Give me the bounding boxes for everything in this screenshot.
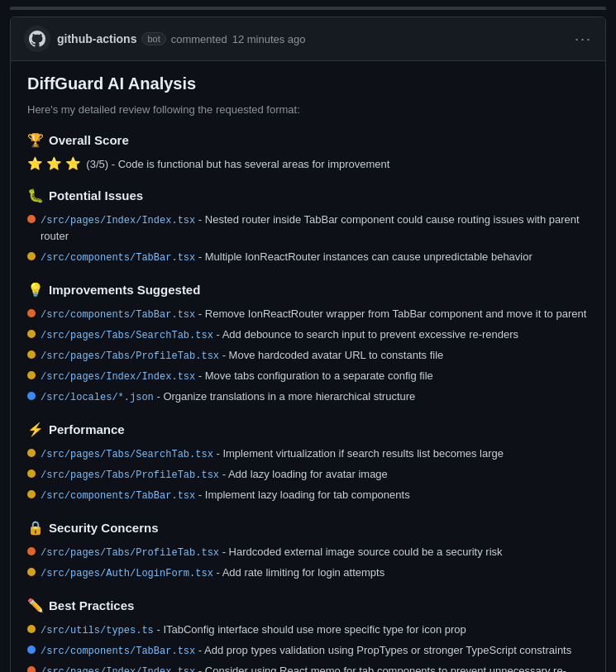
file-path: /src/locales/*.json [41,392,154,403]
list-item: /src/utils/types.ts - ITabConfig interfa… [27,622,589,638]
dot-indicator [27,449,36,457]
item-desc: - ITabConfig interface should use more s… [154,623,466,636]
dot-indicator [27,625,36,633]
list-item: /src/components/TabBar.tsx - Add prop ty… [27,642,589,659]
section-best-practices: ✏️ Best Practices /src/utils/types.ts - … [27,598,589,673]
dot-indicator [27,371,36,379]
item-desc: - Move tabs configuration to a separate … [195,369,433,382]
dot-indicator [27,330,36,338]
item-desc: - Implement virtualization if search res… [213,447,504,460]
section-performance: ⚡ Performance /src/pages/Tabs/SearchTab.… [27,422,589,503]
intro-text: Here's my detailed review following the … [27,103,589,116]
list-item: /src/pages/Index/Index.tsx - Consider us… [27,663,589,673]
list-item: /src/pages/Index/Index.tsx - Nested rout… [27,212,589,245]
item-desc: - Add rate limiting for login attempts [213,566,384,579]
list-item: /src/pages/Tabs/SearchTab.tsx - Implemen… [27,446,589,462]
item-desc: - Add debounce to search input to preven… [213,328,518,341]
section-title-security: 🔒 Security Concerns [27,520,589,536]
section-overall: 🏆 Overall Score ⭐ ⭐ ⭐ (3/5) - Code is fu… [27,132,589,171]
list-item: /src/components/TabBar.tsx - Multiple Io… [27,249,589,265]
section-title-best-practices: ✏️ Best Practices [27,598,589,613]
lock-icon: 🔒 [27,520,44,536]
item-desc: - Add prop types validation using PropTy… [195,644,571,656]
dot-indicator [27,568,36,576]
dot-indicator [27,666,36,673]
section-potential-issues: 🐛 Potential Issues /src/pages/Index/Inde… [27,188,589,265]
list-item: /src/pages/Index/Index.tsx - Move tabs c… [27,368,589,384]
section-security: 🔒 Security Concerns /src/pages/Tabs/Prof… [27,520,589,581]
bot-badge: bot [141,32,165,45]
main-title: DiffGuard AI Analysis [27,74,589,93]
comment-header: github-actions bot commented 12 minutes … [11,17,605,61]
stars: ⭐ ⭐ ⭐ [27,156,81,171]
trophy-icon: 🏆 [27,132,44,148]
dot-indicator [27,252,36,260]
list-item: /src/components/TabBar.tsx - Implement l… [27,487,589,503]
section-title-overall: 🏆 Overall Score [27,132,589,148]
list-item: /src/locales/*.json - Organize translati… [27,388,589,405]
pencil-icon: ✏️ [27,598,44,613]
improvements-list: /src/components/TabBar.tsx - Remove IonR… [27,306,589,405]
bug-icon: 🐛 [27,188,44,203]
comment-container: github-actions bot commented 12 minutes … [10,17,606,672]
file-path: /src/pages/Index/Index.tsx [41,666,195,673]
file-path: /src/pages/Index/Index.tsx [41,215,195,226]
username: github-actions [57,32,136,45]
file-path: /src/components/TabBar.tsx [41,646,195,657]
section-improvements: 💡 Improvements Suggested /src/components… [27,282,589,405]
list-item: /src/pages/Auth/LoginForm.tsx - Add rate… [27,565,589,581]
dot-indicator [27,646,36,654]
dot-indicator [27,350,36,359]
item-desc: - Multiple IonReactRouter instances can … [195,250,532,263]
avatar [24,26,50,52]
item-desc: - Remove IonReactRouter wrapper from Tab… [195,307,586,320]
potential-issues-list: /src/pages/Index/Index.tsx - Nested rout… [27,212,589,265]
header-meta: github-actions bot commented 12 minutes … [57,32,568,45]
item-desc: - Implement lazy loading for tab compone… [195,489,409,501]
dot-indicator [27,309,36,317]
item-desc: - Add lazy loading for avatar image [219,468,388,480]
comment-body: DiffGuard AI Analysis Here's my detailed… [11,61,605,672]
more-options-button[interactable]: ··· [575,31,592,48]
file-path: /src/components/TabBar.tsx [41,490,195,502]
section-title-performance: ⚡ Performance [27,422,589,437]
file-path: /src/pages/Tabs/ProfileTab.tsx [41,469,219,481]
security-list: /src/pages/Tabs/ProfileTab.tsx - Hardcod… [27,544,589,581]
score-line: ⭐ ⭐ ⭐ (3/5) - Code is functional but has… [27,156,589,171]
action-text: commented [171,33,227,45]
file-path: /src/pages/Tabs/SearchTab.tsx [41,330,213,341]
dot-indicator [27,469,36,478]
item-desc: - Hardcoded external image source could … [219,546,503,558]
file-path: /src/pages/Tabs/ProfileTab.tsx [41,547,219,559]
file-path: /src/components/TabBar.tsx [41,252,195,264]
lightning-icon: ⚡ [27,422,44,437]
dot-indicator [27,547,36,555]
performance-list: /src/pages/Tabs/SearchTab.tsx - Implemen… [27,446,589,503]
file-path: /src/components/TabBar.tsx [41,309,195,321]
dot-indicator [27,392,36,400]
score-text: (3/5) - Code is functional but has sever… [86,158,389,170]
section-title-improvements: 💡 Improvements Suggested [27,282,589,298]
file-path: /src/pages/Tabs/SearchTab.tsx [41,449,213,460]
list-item: /src/pages/Tabs/ProfileTab.tsx - Move ha… [27,347,589,364]
timestamp: 12 minutes ago [232,33,306,45]
item-desc: - Move hardcoded avatar URL to constants… [219,349,443,361]
lightbulb-icon: 💡 [27,282,44,298]
dot-indicator [27,490,36,498]
file-path: /src/pages/Tabs/ProfileTab.tsx [41,350,219,362]
list-item: /src/pages/Tabs/ProfileTab.tsx - Add laz… [27,466,589,483]
list-item: /src/components/TabBar.tsx - Remove IonR… [27,306,589,322]
section-title-potential-issues: 🐛 Potential Issues [27,188,589,203]
file-path: /src/pages/Auth/LoginForm.tsx [41,568,213,579]
list-item: /src/pages/Tabs/SearchTab.tsx - Add debo… [27,326,589,343]
item-desc: - Organize translations in a more hierar… [154,390,415,403]
list-item: /src/pages/Tabs/ProfileTab.tsx - Hardcod… [27,544,589,560]
file-path: /src/pages/Index/Index.tsx [41,371,195,383]
dot-indicator [27,215,36,223]
file-path: /src/utils/types.ts [41,625,154,636]
best-practices-list: /src/utils/types.ts - ITabConfig interfa… [27,622,589,673]
